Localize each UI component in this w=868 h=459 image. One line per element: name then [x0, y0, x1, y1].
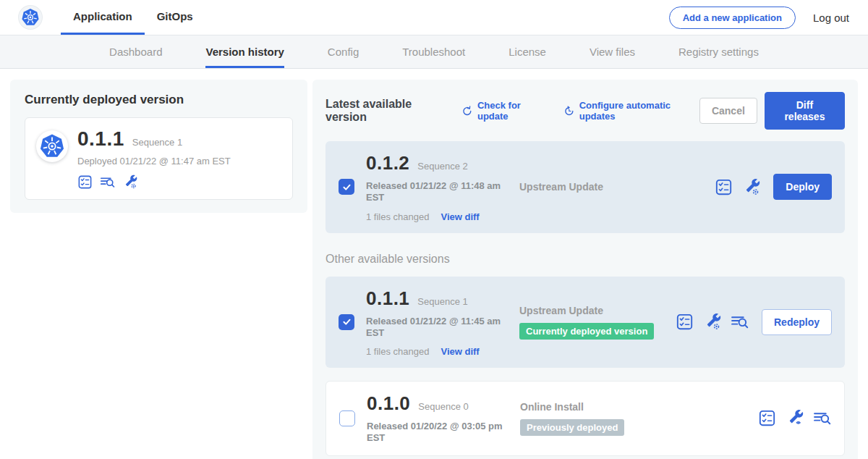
released-timestamp: Released 01/21/22 @ 11:48 am — [366, 180, 519, 192]
schedule-update-icon — [563, 105, 575, 117]
check-for-update-link[interactable]: Check for update — [461, 100, 548, 122]
config-icon[interactable] — [742, 178, 760, 196]
version-source-label: Upstream Update — [519, 181, 707, 193]
latest-available-title: Latest available version — [326, 98, 446, 124]
deploy-logs-icon[interactable] — [813, 409, 831, 427]
config-icon[interactable] — [122, 174, 137, 190]
deployed-version-card: 0.1.1 Sequence 1 Deployed 01/21/22 @ 11:… — [25, 117, 293, 200]
preflight-checks-icon[interactable] — [758, 409, 776, 427]
version-row-0.1.1: 0.1.1 Sequence 1 Released 01/21/22 @ 11:… — [326, 277, 845, 369]
view-diff-link[interactable]: View diff — [441, 346, 479, 357]
released-timestamp: Released 01/21/22 @ 11:45 am — [366, 316, 519, 327]
subnav-label: Troubleshoot — [402, 46, 465, 58]
checkmark-icon — [341, 182, 352, 193]
subnav-label: Registry settings — [678, 46, 759, 58]
kubernetes-helm-icon — [39, 133, 65, 159]
sequence-label: Sequence 1 — [417, 296, 467, 307]
released-timezone: EST — [367, 432, 520, 444]
files-changed-label: 1 files changed — [366, 211, 429, 222]
tab-gitops-label: GitOps — [157, 10, 193, 22]
top-nav: Application GitOps Add a new application… — [0, 0, 868, 35]
subnav-label: Dashboard — [109, 46, 162, 58]
preflight-checks-icon[interactable] — [77, 174, 93, 190]
app-switcher-tabs: Application GitOps — [61, 0, 205, 35]
deploy-button[interactable]: Deploy — [773, 174, 832, 200]
view-config-icon[interactable] — [786, 409, 804, 427]
sequence-label: Sequence 2 — [417, 161, 467, 172]
version-number: 0.1.1 — [366, 287, 409, 310]
top-nav-right: Add a new application Log out — [669, 0, 868, 35]
available-versions-header: Latest available version Check for updat… — [326, 92, 845, 130]
kubernetes-helm-icon — [21, 8, 40, 27]
subnav-label: View files — [590, 46, 635, 58]
tab-gitops[interactable]: GitOps — [145, 0, 205, 35]
currently-deployed-badge: Currently deployed version — [519, 323, 654, 340]
currently-deployed-card: Currently deployed version 0.1.1 Sequenc… — [10, 80, 307, 213]
version-number: 0.1.0 — [367, 392, 410, 415]
tab-application-label: Application — [73, 10, 132, 22]
currently-deployed-title: Currently deployed version — [25, 93, 293, 107]
version-number: 0.1.2 — [366, 152, 409, 174]
version-source-label: Online Install — [520, 401, 751, 413]
add-application-button[interactable]: Add a new application — [669, 7, 796, 29]
subnav-label: Version history — [205, 46, 284, 58]
version-row-0.1.0: 0.1.0 Sequence 0 Released 01/20/22 @ 03:… — [326, 381, 845, 456]
version-checkbox[interactable] — [339, 179, 354, 195]
kubernetes-logo — [19, 6, 42, 29]
deployed-timestamp: Deployed 01/21/22 @ 11:47 am EST — [77, 156, 231, 167]
subnav-tab-registry-settings[interactable]: Registry settings — [678, 35, 759, 68]
tab-application[interactable]: Application — [61, 0, 145, 35]
version-row-0.1.2: 0.1.2 Sequence 2 Released 01/21/22 @ 11:… — [326, 141, 845, 233]
deploy-logs-icon[interactable] — [100, 174, 115, 190]
subnav-tab-license[interactable]: License — [509, 35, 546, 68]
config-icon[interactable] — [703, 313, 721, 331]
preflight-checks-icon[interactable] — [676, 313, 694, 331]
released-timezone: EST — [366, 327, 519, 339]
deployed-sequence-label: Sequence 1 — [132, 137, 182, 148]
files-changed-label: 1 files changed — [366, 346, 429, 357]
version-source-label: Upstream Update — [519, 305, 668, 316]
application-subnav: Dashboard Version history Config Trouble… — [0, 35, 868, 69]
subnav-tab-dashboard[interactable]: Dashboard — [109, 35, 162, 68]
version-checkbox[interactable] — [339, 314, 354, 330]
other-versions-title: Other available versions — [326, 253, 845, 266]
deployed-version-number: 0.1.1 — [77, 127, 124, 151]
deploy-logs-icon[interactable] — [731, 313, 749, 331]
main-content: Currently deployed version 0.1.1 Sequenc… — [0, 69, 868, 459]
previously-deployed-badge: Previously deployed — [520, 419, 624, 436]
subnav-tab-troubleshoot[interactable]: Troubleshoot — [402, 35, 465, 68]
subnav-label: License — [509, 46, 546, 58]
sequence-label: Sequence 0 — [418, 401, 468, 412]
configure-automatic-updates-label: Configure automatic updates — [579, 100, 699, 122]
subnav-label: Config — [328, 46, 359, 58]
check-for-update-label: Check for update — [477, 100, 548, 122]
preflight-checks-icon[interactable] — [715, 178, 733, 196]
view-diff-link[interactable]: View diff — [441, 211, 479, 222]
subnav-tab-version-history[interactable]: Version history — [205, 35, 284, 68]
released-timestamp: Released 01/20/22 @ 03:05 pm — [367, 421, 520, 432]
cancel-button[interactable]: Cancel — [699, 98, 757, 124]
diff-releases-button[interactable]: Diff releases — [765, 92, 845, 130]
subnav-tab-view-files[interactable]: View files — [590, 35, 635, 68]
logout-link[interactable]: Log out — [813, 12, 849, 24]
version-checkbox[interactable] — [339, 410, 355, 426]
app-icon — [36, 130, 68, 162]
subnav-tab-config[interactable]: Config — [328, 35, 359, 68]
available-versions-card: Latest available version Check for updat… — [312, 80, 858, 459]
refresh-icon — [461, 105, 473, 117]
released-timezone: EST — [366, 192, 519, 203]
configure-automatic-updates-link[interactable]: Configure automatic updates — [563, 100, 699, 122]
checkmark-icon — [341, 316, 352, 327]
redeploy-button[interactable]: Redeploy — [762, 309, 832, 335]
